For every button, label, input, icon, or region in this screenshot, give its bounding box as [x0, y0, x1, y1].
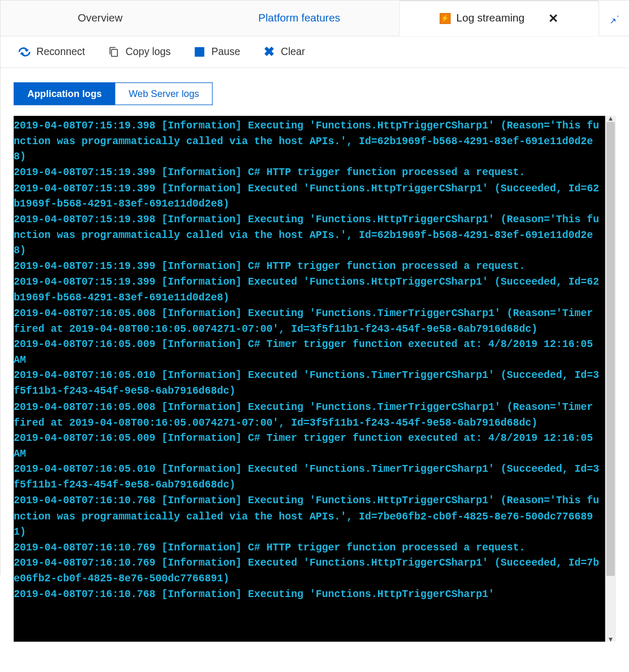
- subtab-label: Application logs: [27, 89, 102, 99]
- tab-label: Overview: [78, 12, 123, 25]
- tab-log-streaming[interactable]: ⚡ Log streaming ✕: [399, 1, 599, 36]
- subtab-web-server-logs[interactable]: Web Server logs: [115, 82, 213, 105]
- toolbar-label: Pause: [211, 46, 240, 58]
- reconnect-button[interactable]: Reconnect: [18, 46, 85, 58]
- toolbar-label: Reconnect: [36, 46, 85, 58]
- pin-icon: [608, 12, 620, 24]
- function-app-icon: ⚡: [440, 13, 451, 24]
- subtab-application-logs[interactable]: Application logs: [14, 82, 115, 105]
- tab-overview[interactable]: Overview: [1, 1, 200, 36]
- scrollbar[interactable]: ▲ ▼: [605, 116, 616, 642]
- svg-rect-0: [112, 49, 117, 56]
- copy-logs-button[interactable]: Copy logs: [107, 46, 170, 58]
- tab-label: Platform features: [258, 12, 340, 25]
- copy-icon: [107, 46, 120, 58]
- scroll-down-icon[interactable]: ▼: [605, 636, 616, 643]
- toolbar: Reconnect Copy logs Pause ✖ Clear: [1, 36, 629, 68]
- top-tabbar: Overview Platform features ⚡ Log streami…: [1, 1, 629, 36]
- close-icon[interactable]: ✕: [548, 11, 558, 25]
- subtab-label: Web Server logs: [128, 89, 199, 99]
- clear-icon: ✖: [263, 46, 275, 58]
- reconnect-icon: [18, 46, 30, 58]
- scroll-thumb[interactable]: [606, 122, 615, 576]
- toolbar-label: Clear: [281, 46, 305, 58]
- pause-button[interactable]: Pause: [193, 46, 240, 58]
- log-type-tabs: Application logs Web Server logs: [14, 82, 616, 105]
- clear-button[interactable]: ✖ Clear: [263, 46, 306, 58]
- tab-label: Log streaming: [457, 12, 525, 25]
- scroll-up-icon[interactable]: ▲: [605, 115, 616, 122]
- tab-platform-features[interactable]: Platform features: [200, 1, 399, 36]
- log-console[interactable]: 2019-04-08T07:15:19.398 [Information] Ex…: [14, 116, 605, 642]
- content-area: Application logs Web Server logs 2019-04…: [1, 68, 629, 655]
- toolbar-label: Copy logs: [126, 46, 171, 58]
- pause-icon: [193, 46, 205, 58]
- console-wrap: 2019-04-08T07:15:19.398 [Information] Ex…: [14, 116, 616, 642]
- pin-button[interactable]: [599, 1, 629, 36]
